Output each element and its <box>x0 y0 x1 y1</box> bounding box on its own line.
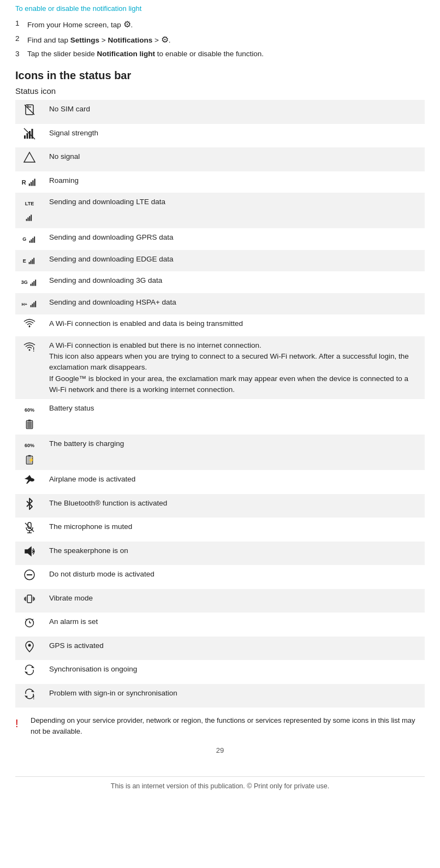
status-icons-table: No SIM card Signal strength <box>15 100 425 708</box>
table-row: Signal strength <box>15 124 425 148</box>
svg-point-60 <box>28 644 31 646</box>
step-3-text: Tap the slider beside Notification light… <box>27 49 264 60</box>
status-icon-mic-muted-desc: The microphone is muted <box>44 518 425 542</box>
svg-rect-12 <box>26 219 27 221</box>
svg-rect-2 <box>24 135 26 139</box>
status-icon-sync-error: ! <box>15 684 44 708</box>
svg-marker-62 <box>25 671 28 674</box>
table-row: ! Problem with sign-in or synchronisatio… <box>15 684 425 708</box>
status-icon-no-sim <box>15 100 44 124</box>
table-row: Do not disturb mode is activated <box>15 565 425 589</box>
svg-marker-64 <box>25 695 28 698</box>
svg-rect-26 <box>34 281 35 286</box>
svg-text:!: ! <box>33 694 34 700</box>
svg-rect-9 <box>31 182 32 186</box>
svg-rect-13 <box>28 218 29 221</box>
svg-marker-46 <box>25 547 31 556</box>
table-row: The microphone is muted <box>15 518 425 542</box>
status-icon-wifi-nonet: ! <box>15 336 44 399</box>
status-icon-bluetooth-desc: The Bluetooth® function is activated <box>44 494 425 518</box>
step-1: 1 From your Home screen, tap ⚙. <box>15 18 425 31</box>
svg-rect-36 <box>28 420 31 421</box>
status-icon-edge: E <box>15 250 44 272</box>
svg-rect-20 <box>29 262 30 264</box>
table-row: H+ Sending and downloading HSPA+ data <box>15 293 425 315</box>
svg-marker-63 <box>31 690 34 692</box>
status-icon-no-signal-desc: No signal <box>44 147 425 171</box>
svg-rect-19 <box>34 236 35 242</box>
status-icon-alarm-desc: An alarm is set <box>44 613 425 637</box>
status-icon-3g: 3G <box>15 271 44 293</box>
table-row: The speakerphone is on <box>15 542 425 566</box>
footer-text: This is an internet version of this publ… <box>15 776 425 790</box>
status-icon-signal <box>15 124 44 148</box>
status-icon-bluetooth <box>15 494 44 518</box>
table-row: No SIM card <box>15 100 425 124</box>
status-icon-vibrate <box>15 589 44 613</box>
status-icon-lte-desc: Sending and downloading LTE data <box>44 193 425 228</box>
table-row: ! A Wi-Fi connection is enabled but ther… <box>15 336 425 399</box>
step-2-num: 2 <box>15 33 23 46</box>
svg-rect-29 <box>32 304 33 307</box>
svg-rect-15 <box>31 215 32 221</box>
table-row: Vibrate mode <box>15 589 425 613</box>
status-icon-3g-desc: Sending and downloading 3G data <box>44 271 425 293</box>
svg-text:!: ! <box>33 347 34 352</box>
svg-rect-30 <box>33 302 34 307</box>
step-2: 2 Find and tap Settings > Notifications … <box>15 33 425 46</box>
status-icon-wifi-on <box>15 314 44 336</box>
status-icon-vibrate-desc: Vibrate mode <box>44 589 425 613</box>
svg-rect-14 <box>29 216 30 221</box>
table-row: R Roaming <box>15 171 425 193</box>
section-title-link[interactable]: To enable or disable the notification li… <box>15 4 425 13</box>
svg-rect-23 <box>34 258 35 264</box>
status-icon-airplane <box>15 470 44 494</box>
note-text: Depending on your service provider, netw… <box>31 715 425 736</box>
svg-rect-16 <box>29 241 31 243</box>
status-icon-mic-muted <box>15 518 44 542</box>
status-icon-subtitle: Status icon <box>15 86 425 96</box>
note-icon: ! <box>15 715 26 736</box>
page-number: 29 <box>15 746 425 754</box>
note-section: ! Depending on your service provider, ne… <box>15 715 425 736</box>
status-icon-gprs-desc: Sending and downloading GPRS data <box>44 228 425 250</box>
svg-rect-17 <box>31 239 32 242</box>
table-row: GPS is activated <box>15 637 425 661</box>
step-1-num: 1 <box>15 18 23 31</box>
step-3-num: 3 <box>15 49 23 60</box>
status-icon-gprs: G <box>15 228 44 250</box>
status-icon-speakerphone <box>15 542 44 566</box>
svg-rect-11 <box>34 179 35 186</box>
status-icon-alarm <box>15 613 44 637</box>
table-row: No signal <box>15 147 425 171</box>
status-icon-hspa-desc: Sending and downloading HSPA+ data <box>44 293 425 315</box>
table-row: 60% ⚡ The battery is charging <box>15 435 425 470</box>
status-icon-sync <box>15 660 44 684</box>
table-row: Airplane mode is activated <box>15 470 425 494</box>
status-icon-airplane-desc: Airplane mode is activated <box>44 470 425 494</box>
svg-rect-50 <box>27 595 32 603</box>
status-icon-dnd-desc: Do not disturb mode is activated <box>44 565 425 589</box>
svg-rect-18 <box>32 238 33 243</box>
table-row: An alarm is set <box>15 613 425 637</box>
status-icon-sync-desc: Synchronisation is ongoing <box>44 660 425 684</box>
status-icon-wifi-on-desc: A Wi-Fi connection is enabled and data i… <box>44 314 425 336</box>
status-icon-roaming: R <box>15 171 44 193</box>
table-row: The Bluetooth® function is activated <box>15 494 425 518</box>
svg-marker-7 <box>24 152 35 162</box>
icons-section-title: Icons in the status bar <box>15 69 425 82</box>
svg-rect-25 <box>32 282 33 286</box>
svg-rect-22 <box>32 259 33 264</box>
svg-rect-3 <box>27 133 28 139</box>
svg-rect-24 <box>31 284 32 286</box>
status-icon-dnd <box>15 565 44 589</box>
svg-rect-28 <box>30 305 31 307</box>
step-1-text: From your Home screen, tap ⚙. <box>27 18 133 31</box>
status-icon-speakerphone-desc: The speakerphone is on <box>44 542 425 566</box>
table-row: 3G Sending and downloading 3G data <box>15 271 425 293</box>
table-row: LTE Sending and downloading LTE data <box>15 193 425 228</box>
status-icon-battery-charging-desc: The battery is charging <box>44 435 425 470</box>
svg-rect-27 <box>35 280 37 286</box>
status-icon-hspa: H+ <box>15 293 44 315</box>
svg-rect-31 <box>35 301 36 307</box>
